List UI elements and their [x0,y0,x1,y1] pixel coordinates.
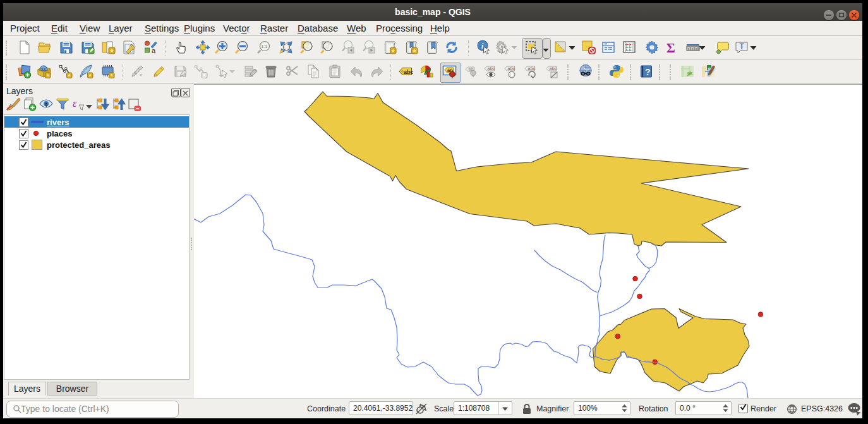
svg-text:abc: abc [488,66,495,71]
svg-text:Σ: Σ [666,40,675,55]
svg-text:T: T [740,42,745,51]
svg-text:abc: abc [550,66,557,71]
svg-text:ε: ε [73,98,77,109]
svg-text:abc: abc [404,69,413,75]
svg-text:abc: abc [508,66,515,71]
svg-text:1:1: 1:1 [262,44,268,49]
svg-text:?: ? [645,67,651,77]
svg-text:a: a [152,47,156,54]
svg-text:abc: abc [528,66,536,71]
